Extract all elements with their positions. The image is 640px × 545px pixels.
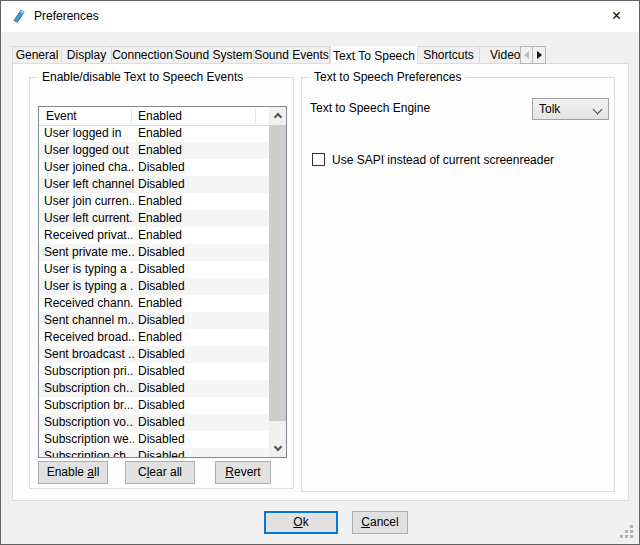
tab-scroll-right-button[interactable] [533,46,546,64]
enabled-cell: Disabled [138,261,185,278]
chevron-down-icon [273,443,281,451]
cancel-button[interactable]: Cancel [352,511,408,534]
table-row[interactable]: User left current... Enabled [39,210,269,227]
enabled-cell: Enabled [138,142,182,159]
chevron-down-icon [593,105,603,115]
button-label: Enable [47,465,88,479]
tab-label: Shortcuts [423,48,474,62]
tab-label: Text To Speech [333,49,415,63]
scrollbar-thumb[interactable] [269,125,286,421]
table-row[interactable]: Subscription br... Disabled [39,397,269,414]
column-divider[interactable] [255,109,256,123]
table-row[interactable]: Subscription ch... Disabled [39,380,269,397]
app-icon [11,8,27,24]
tab[interactable]: Shortcuts [418,46,480,64]
event-cell: User logged out [44,142,134,159]
close-button[interactable]: × [594,1,639,32]
tab[interactable]: Display [62,46,112,64]
tts-events-group-title: Enable/disable Text to Speech Events [38,70,247,84]
tab-scroll-right-icon [537,51,542,59]
ok-button[interactable]: Ok [264,511,338,534]
enabled-cell: Disabled [138,431,185,448]
tab[interactable]: Sound System [174,46,254,64]
enabled-cell: Enabled [138,295,182,312]
event-cell: Subscription we... [44,431,134,448]
list-header[interactable]: Event Enabled [39,107,269,126]
tab-label: Video [490,48,520,62]
scroll-down-button[interactable] [269,440,286,457]
table-row[interactable]: Received privat... Enabled [39,227,269,244]
enabled-cell: Disabled [138,176,185,193]
tab[interactable]: Sound Events [254,46,330,64]
tts-engine-value: Tolk [539,102,560,116]
tts-events-group: Enable/disable Text to Speech Events Eve… [29,77,294,489]
event-cell: User is typing a ... [44,261,134,278]
table-row[interactable]: Sent private me... Disabled [39,244,269,261]
tts-engine-select[interactable]: Tolk [532,98,609,120]
enabled-cell: Disabled [138,414,185,431]
event-cell: Subscription br... [44,397,134,414]
close-icon: × [612,7,621,24]
enabled-cell: Disabled [138,159,185,176]
vertical-scrollbar[interactable] [269,107,286,457]
table-row[interactable]: Subscription we... Disabled [39,431,269,448]
table-row[interactable]: User logged out Enabled [39,142,269,159]
column-header-event[interactable]: Event [46,109,77,123]
event-cell: User join curren... [44,193,134,210]
column-divider[interactable] [131,109,132,123]
list-body: User logged in Enabled User logged out E… [39,125,269,457]
table-row[interactable]: User logged in Enabled [39,125,269,142]
tab-label: Sound Events [254,48,329,62]
tab[interactable]: Text To Speech [330,46,418,64]
enabled-cell: Enabled [138,329,182,346]
tab-scroller [520,46,547,64]
tab-label: General [16,48,59,62]
table-row[interactable]: Subscription vo... Disabled [39,414,269,431]
tts-events-list[interactable]: Event Enabled User logged in Enabled U [38,106,287,458]
button-label: k [303,515,309,529]
table-row[interactable]: Received chann... Enabled [39,295,269,312]
scroll-up-button[interactable] [269,107,286,124]
event-cell: User is typing a ... [44,278,134,295]
tab-label: Display [67,48,106,62]
table-row[interactable]: Received broad... Enabled [39,329,269,346]
table-row[interactable]: User is typing a ... Disabled [39,261,269,278]
revert-button[interactable]: Revert [215,461,271,484]
enabled-cell: Disabled [138,346,185,363]
enabled-cell: Disabled [138,397,185,414]
table-row[interactable]: User join curren... Enabled [39,193,269,210]
event-cell: Subscription ch... [44,380,134,397]
tab[interactable]: Connection [112,46,174,64]
title-bar: Preferences × [1,1,639,32]
event-cell: User joined cha... [44,159,134,176]
table-row[interactable]: Sent broadcast ... Disabled [39,346,269,363]
tab-bar: General Display Connection Sound System … [12,46,547,64]
table-row[interactable]: User joined cha... Disabled [39,159,269,176]
enabled-cell: Enabled [138,193,182,210]
table-row[interactable]: Subscription pri... Disabled [39,363,269,380]
table-row[interactable]: Subscription ch... Disabled [39,448,269,457]
button-mnemonic: R [225,465,234,479]
enabled-cell: Enabled [138,210,182,227]
resize-grip[interactable] [630,525,633,528]
enabled-cell: Disabled [138,363,185,380]
tab-scroll-left-button[interactable] [520,46,533,64]
table-row[interactable]: Sent channel m... Disabled [39,312,269,329]
button-label: evert [234,465,261,479]
enabled-cell: Disabled [138,312,185,329]
column-header-enabled[interactable]: Enabled [138,109,182,123]
tts-preferences-group: Text to Speech Preferences Text to Speec… [301,77,615,492]
event-cell: Received chann... [44,295,134,312]
tab[interactable]: General [12,46,62,64]
enabled-cell: Disabled [138,380,185,397]
event-cell: Received privat... [44,227,134,244]
table-row[interactable]: User left channel Disabled [39,176,269,193]
enabled-cell: Enabled [138,125,182,142]
table-row[interactable]: User is typing a ... Disabled [39,278,269,295]
event-cell: Subscription ch... [44,448,134,457]
button-label: ll [94,465,99,479]
chevron-up-icon [273,113,281,121]
enable-all-button[interactable]: Enable all [38,461,108,484]
sapi-checkbox[interactable] [312,153,325,166]
clear-all-button[interactable]: Clear all [125,461,195,484]
